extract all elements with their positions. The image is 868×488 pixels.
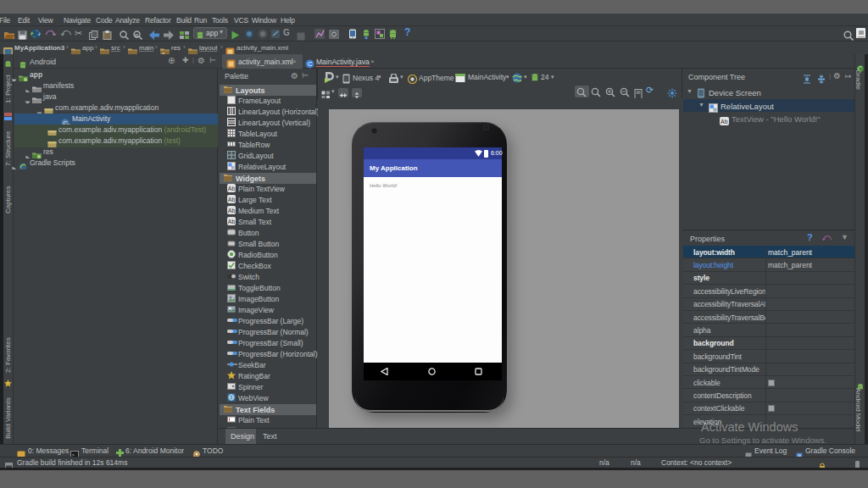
svg-text:Ab: Ab — [721, 119, 728, 125]
svg-text:Ab: Ab — [228, 219, 236, 225]
svg-text:Ab: Ab — [228, 208, 236, 214]
svg-text:R: R — [135, 33, 139, 38]
svg-text:Ab: Ab — [228, 197, 236, 202]
svg-text:C: C — [308, 60, 313, 68]
svg-text:Ab: Ab — [228, 186, 236, 191]
